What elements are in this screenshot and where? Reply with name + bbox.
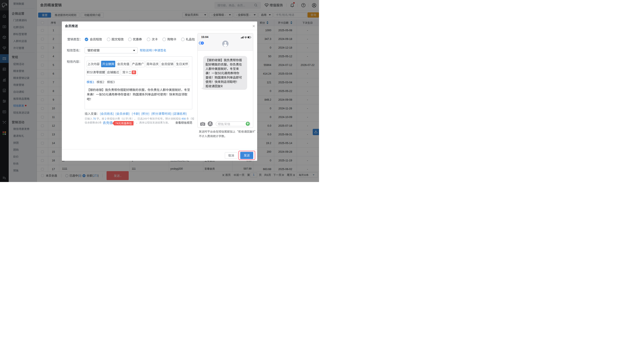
svg-text:1: 1 [202, 42, 203, 44]
